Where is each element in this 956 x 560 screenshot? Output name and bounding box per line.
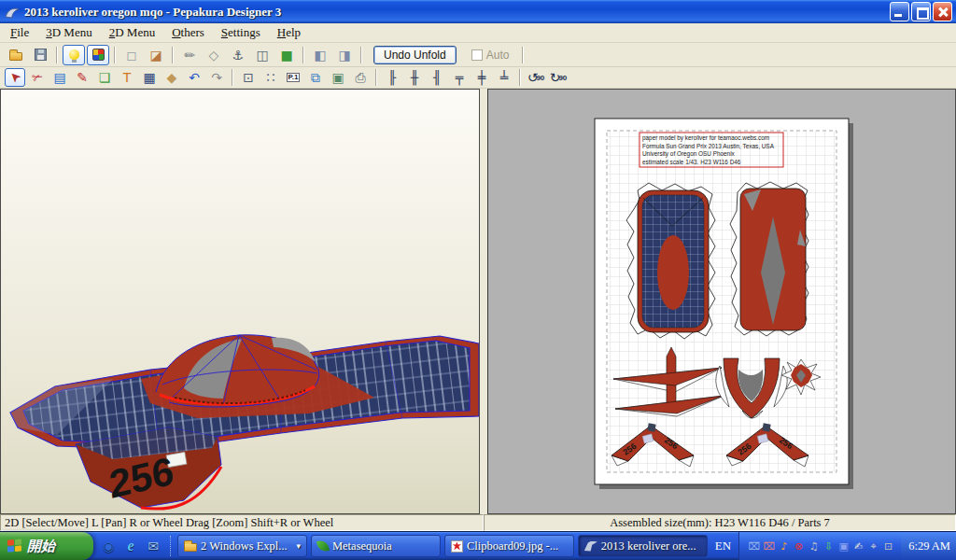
mouse-icon[interactable]: ⌖ bbox=[866, 539, 880, 553]
anchor-icon: ⚓ bbox=[232, 49, 245, 62]
open-file-button[interactable] bbox=[5, 45, 27, 65]
pepakura-icon bbox=[584, 541, 598, 552]
texture-view-icon bbox=[92, 49, 105, 61]
menu-item-file[interactable]: File bbox=[2, 24, 37, 41]
print-icon: ⎙ bbox=[355, 71, 365, 84]
align-hcenter-button[interactable]: ╪ bbox=[471, 68, 492, 87]
toolbar-separator bbox=[172, 47, 174, 63]
unfold-box-icon: ◪ bbox=[149, 49, 162, 62]
close-button[interactable] bbox=[933, 2, 952, 21]
pane-splitter[interactable] bbox=[480, 89, 487, 514]
pen-input-icon[interactable]: ✍ bbox=[851, 539, 865, 553]
align-left-icon: ╟ bbox=[388, 71, 396, 84]
align-top-icon: ╤ bbox=[456, 71, 463, 84]
rotate-right-icon: ↷ bbox=[211, 71, 222, 84]
taskbar-button-windows-explorer[interactable]: 2 Windows Expl...▾ bbox=[177, 535, 307, 557]
language-indicator[interactable]: EN bbox=[708, 532, 738, 560]
undo-unfold-button[interactable]: Undo Unfold bbox=[373, 46, 457, 64]
rotate-left-icon: ↶ bbox=[189, 71, 200, 84]
start-button-label: 開始 bbox=[27, 538, 55, 555]
layout-right-button[interactable]: ◨ bbox=[333, 45, 356, 65]
anchor-button[interactable]: ⚓ bbox=[227, 45, 249, 65]
media-player-shortcut[interactable]: ◉ bbox=[99, 537, 118, 555]
viewport-3d-background bbox=[1, 90, 479, 513]
text-box-button[interactable]: T bbox=[117, 68, 137, 87]
auto-checkbox[interactable] bbox=[471, 49, 483, 61]
safely-remove-icon[interactable]: ⇩ bbox=[822, 539, 836, 553]
viewport-3d[interactable]: 256 bbox=[0, 89, 480, 514]
taskbar-button-clipboard09[interactable]: Clipboard09.jpg -... bbox=[444, 535, 574, 557]
menu-item-others[interactable]: Others bbox=[163, 24, 213, 41]
light-toggle-icon bbox=[69, 49, 79, 60]
align-top-button[interactable]: ╤ bbox=[449, 68, 470, 87]
auto-checkbox-wrap: Auto bbox=[471, 49, 510, 62]
clipboard-button[interactable]: ▣ bbox=[328, 68, 348, 87]
sound-mixer-icon[interactable]: ♫ bbox=[807, 539, 821, 553]
fold-preview-button[interactable]: ◻ bbox=[120, 45, 143, 65]
rotate-cw-90-button[interactable]: ↻90 bbox=[548, 68, 569, 87]
rotate-left-button[interactable]: ↶ bbox=[184, 68, 204, 87]
align-left-button[interactable]: ╟ bbox=[382, 68, 402, 87]
viewport-2d[interactable]: paper model by keroliver for teamaoc.web… bbox=[487, 89, 956, 514]
start-button[interactable]: 開始 bbox=[0, 532, 93, 560]
print-button[interactable]: ⎙ bbox=[350, 68, 371, 87]
edge-cut-button[interactable]: ✃ bbox=[27, 68, 48, 87]
taskbar-button-metasequoia[interactable]: Metasequoia bbox=[311, 535, 441, 557]
rotate-ccw-90-button[interactable]: ↺90 bbox=[526, 68, 546, 87]
menu-item-settings[interactable]: Settings bbox=[213, 24, 269, 41]
edge-cut-icon: ✃ bbox=[32, 71, 43, 84]
outlook-express-shortcut[interactable]: ✉ bbox=[144, 537, 162, 555]
auto-checkbox-label: Auto bbox=[486, 49, 510, 62]
edge-join-button[interactable]: ▤ bbox=[49, 68, 70, 87]
security-alert-icon[interactable]: ⊗ bbox=[792, 539, 806, 553]
edge-color-button[interactable]: ✎ bbox=[72, 68, 92, 87]
task-group-dropdown-icon[interactable]: ▾ bbox=[296, 541, 301, 551]
solid-select-button[interactable]: ■ bbox=[275, 45, 298, 65]
light-toggle-button[interactable] bbox=[63, 45, 85, 65]
region-select-button[interactable]: ⊡ bbox=[238, 68, 259, 87]
display-icon[interactable]: ⊡ bbox=[881, 539, 895, 553]
device-error-icon[interactable]: ⌧ bbox=[762, 539, 776, 553]
align-bottom-icon: ╧ bbox=[500, 71, 508, 84]
viewport-area: 256 bbox=[0, 89, 956, 514]
page-number-button[interactable]: P.1 bbox=[283, 68, 303, 87]
title-bar[interactable]: 2013 keroliver oregon mqo - Pepakura Des… bbox=[0, 0, 956, 23]
viewport-3d-canvas[interactable]: 256 bbox=[1, 90, 479, 513]
divide-panel-icon: ◫ bbox=[256, 49, 268, 62]
taskbar-button-pepakura[interactable]: 2013 keroliver ore... bbox=[578, 535, 708, 557]
volume-icon[interactable]: ♪ bbox=[777, 539, 791, 553]
region-select-icon: ⊡ bbox=[243, 71, 254, 84]
sheet-button[interactable]: ❏ bbox=[94, 68, 115, 87]
maximize-button[interactable] bbox=[911, 2, 931, 21]
internet-explorer-shortcut[interactable]: e bbox=[121, 537, 140, 555]
save-file-button[interactable] bbox=[29, 45, 51, 65]
network-status-icon[interactable]: ⌧ bbox=[747, 539, 761, 553]
viewport-2d-canvas[interactable]: paper model by keroliver for teamaoc.web… bbox=[488, 90, 955, 513]
align-right-icon: ╢ bbox=[433, 71, 441, 84]
layout-left-button[interactable]: ◧ bbox=[309, 45, 331, 65]
folder-icon bbox=[184, 543, 197, 552]
outlook-express-icon: ✉ bbox=[148, 539, 159, 553]
layout-right-icon: ◨ bbox=[338, 49, 350, 62]
material-button[interactable]: ◆ bbox=[162, 68, 182, 87]
menu-item-help[interactable]: Help bbox=[269, 24, 309, 41]
divide-panel-button[interactable]: ◫ bbox=[251, 45, 274, 65]
picture-button[interactable]: ▦ bbox=[139, 68, 160, 87]
menu-item-2d-menu[interactable]: 2D Menu bbox=[101, 24, 163, 41]
arrange-parts-button[interactable]: ∷ bbox=[260, 68, 281, 87]
align-bottom-button[interactable]: ╧ bbox=[494, 68, 514, 87]
select-move-button[interactable]: ➤ bbox=[5, 68, 25, 87]
layers-button[interactable]: ⧉ bbox=[305, 68, 326, 87]
edit-mode-button[interactable]: ✏ bbox=[178, 45, 201, 65]
texture-view-button[interactable] bbox=[87, 45, 109, 65]
minimize-button[interactable] bbox=[890, 2, 909, 21]
align-vcenter-button[interactable]: ╫ bbox=[404, 68, 425, 87]
align-right-button[interactable]: ╢ bbox=[427, 68, 447, 87]
unfold-box-button[interactable]: ◪ bbox=[145, 45, 167, 65]
part-bottom-hull[interactable] bbox=[730, 182, 808, 336]
part-top-panel[interactable] bbox=[626, 183, 715, 339]
menu-item-3d-menu[interactable]: 3D Menu bbox=[37, 24, 100, 41]
ime-icon[interactable]: ▣ bbox=[836, 539, 851, 553]
prism-button[interactable]: ◇ bbox=[203, 45, 225, 65]
rotate-right-button[interactable]: ↷ bbox=[206, 68, 227, 87]
